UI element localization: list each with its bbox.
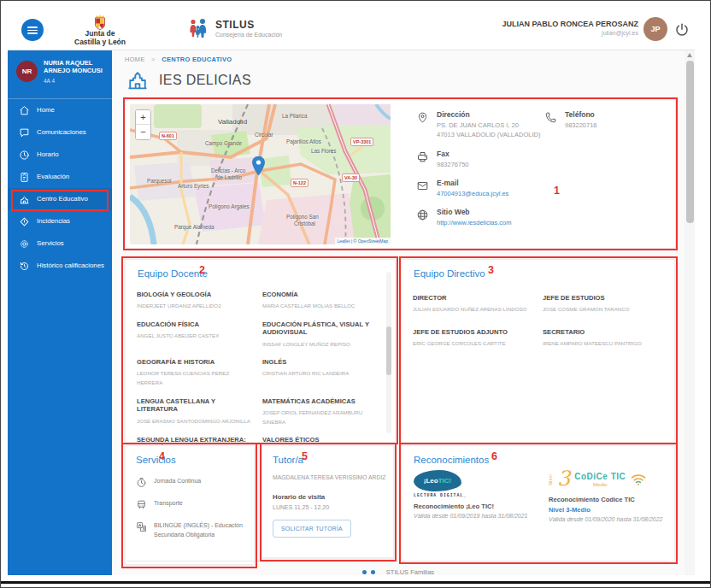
leo-tic-caption: LECTURA DIGITAL_: [414, 493, 538, 497]
sidebar-item-historico[interactable]: Histórico calificaciones: [8, 255, 112, 277]
carousel-dot[interactable]: [371, 570, 375, 574]
logout-button[interactable]: [674, 21, 691, 38]
hamburger-icon: [27, 26, 38, 28]
visit-hours-value: LUNES 11.25 - 12.20: [273, 504, 329, 510]
sidebar-item-servicios[interactable]: Servicios: [8, 232, 112, 255]
carousel-dot[interactable]: [362, 570, 367, 574]
email-link[interactable]: 47004913@educa.jcyl.es: [437, 190, 508, 197]
student-avatar[interactable]: NR: [16, 61, 38, 82]
footer-divider: [127, 561, 669, 562]
contact-web: Sitio Web http://www.iesdelicias.com: [416, 208, 512, 226]
docente-item: BIOLOGÍA Y GEOLOGÍAINDERJEET URDANIZ APE…: [137, 291, 252, 311]
docente-item: MATEMÁTICAS ACADÉMICASJOSEP ORIOL FERNAN…: [262, 397, 378, 427]
map-label-argales: Polígono Argales: [209, 203, 250, 209]
docente-item: INGLÉSCRISTIAN ARTURO RIC LANDEIRA: [262, 358, 378, 388]
hamburger-menu-button[interactable]: [21, 19, 44, 41]
map-attribution: Leaflet | © OpenStreetMap: [335, 238, 391, 244]
equipo-directivo-list: DIRECTORJULIAN EDUARDO NUÑEZ ARENAS LIND…: [413, 294, 662, 348]
incident-diamond-icon: [19, 216, 30, 227]
reconocimiento-codice: Nivel 3 CoDiCe TIC Medio Reconocimiento …: [549, 470, 670, 522]
gear-icon: [19, 238, 30, 250]
servicio-bilingue: BILINGÜE (INGLÉS) - Educación Secundaria…: [136, 521, 246, 539]
stilus-family-icon: [187, 18, 209, 38]
map-label-parquesol: Parquesol: [147, 178, 171, 184]
osm-link[interactable]: OpenStreetMap: [358, 238, 388, 244]
docente-scrollbar-thumb[interactable]: [386, 326, 391, 375]
servicio-jornada: Jornada Continua: [136, 477, 246, 488]
breadcrumb-home[interactable]: HOME: [125, 56, 145, 63]
docente-item: EDUCACIÓN PLÁSTICA, VISUAL Y AUDIOVISUAL…: [262, 320, 378, 349]
leo-validity: Válida desde 01/09/2019 hasta 31/08/2021: [414, 513, 538, 519]
docente-scrollbar: [386, 272, 391, 433]
servicios-card: Servicios Jornada Continua Transporte BI…: [125, 445, 255, 565]
website-link[interactable]: http://www.iesdelicias.com: [437, 219, 512, 226]
stilus-logo: STILUS Consejería de Educación: [187, 18, 282, 38]
map[interactable]: Valladolid La Pilarica Circular Campo Gr…: [130, 104, 391, 244]
location-pin-icon: [416, 111, 429, 124]
sidebar: NR NURIA RAQUEL ARNEJO MONCUSI 4A 4 Home…: [8, 50, 112, 575]
sidebar-item-comunicaciones[interactable]: Comunicaciones: [8, 121, 112, 144]
map-label-pajarillos: Pajarillos Altos: [286, 138, 321, 144]
tutor-card: Tutor/a MAGDALENA TERESA VERISSIMO ARDIZ…: [261, 445, 394, 558]
app-window: Junta de Castilla y León STILUS Consejer…: [0, 0, 711, 588]
servicio-transporte: Transporte: [136, 499, 246, 510]
tutor-title: Tutor/a: [273, 455, 303, 465]
map-label-san-cristobal-1: Polígono San: [286, 214, 319, 220]
clock-icon: [19, 150, 30, 161]
user-email: julian@jcyl.es: [502, 30, 638, 36]
sidebar-item-incidencias[interactable]: Incidencias: [8, 210, 112, 232]
equipo-directivo-card: Equipo Directivo DIRECTORJULIAN EDUARDO …: [401, 259, 675, 443]
scroll-up-icon[interactable]: [687, 53, 692, 57]
map-zoom-out-button[interactable]: −: [136, 125, 150, 139]
sidebar-item-home[interactable]: Home: [8, 99, 112, 121]
equipo-docente-card: Equipo Docente BIOLOGÍA Y GEOLOGÍAINDERJ…: [125, 259, 396, 443]
map-label-flores: Las Flores: [311, 148, 336, 154]
map-label-delicias-1: Delicias - Arco: [211, 168, 245, 173]
leo-tic-logo: ¡LeoTIC!: [414, 470, 461, 491]
map-badge-n601: N-601: [159, 132, 177, 140]
leaflet-link[interactable]: Leaflet: [338, 238, 350, 244]
docente-item: EDUCACIÓN FÍSICAANGEL JUSTO ABEIJER CAST…: [137, 320, 252, 349]
junta-logo-line2: Castilla y León: [74, 38, 126, 47]
contact-fax: Fax 983276750: [416, 150, 469, 170]
contact-direccion: Dirección PS. DE JUAN CARLOS I, 2047013 …: [416, 110, 544, 140]
directivo-item: JEFE DE ESTUDIOSJOSE COSME GRAMON TARANC…: [543, 294, 662, 315]
student-profile: NR NURIA RAQUEL ARNEJO MONCUSI 4A 4: [8, 50, 112, 99]
map-marker-icon: [252, 156, 265, 175]
window-bottom-border: [1, 581, 711, 584]
page-scrollbar-thumb[interactable]: [686, 61, 694, 223]
school-icon: [19, 194, 30, 205]
sidebar-item-centro-educativo[interactable]: Centro Educativo: [8, 188, 112, 210]
centro-info-card: Valladolid La Pilarica Circular Campo Gr…: [125, 99, 676, 249]
history-icon: [19, 261, 30, 272]
map-zoom-control: + −: [135, 109, 151, 140]
bilingual-icon: [136, 521, 147, 532]
map-badge-va30: VA-30: [342, 173, 360, 182]
school-building-icon: [125, 68, 150, 92]
directivo-item: SECRETARIOIRENE AMPARO MATEESCU PANTRIGO: [543, 328, 662, 349]
docente-item: LENGUA CASTELLANA Y LITERATURAJOSE ERASM…: [137, 397, 252, 427]
map-label-alameda: Parque Alameda: [174, 224, 214, 230]
user-name: JULIAN PABLO RONCEA PEROSANZ: [502, 20, 638, 28]
directivo-item: JEFE DE ESTUDIOS ADJUNTOERIC GEORGE CORC…: [413, 328, 532, 349]
page-title-row: IES DELICIAS: [125, 68, 251, 92]
reconocimientos-title: Reconocimientos: [414, 455, 489, 465]
equipo-directivo-title: Equipo Directivo: [414, 268, 485, 279]
map-label-campo-grande: Campo Grande: [205, 140, 242, 146]
sidebar-item-evaluacion[interactable]: Evaluación: [8, 166, 112, 188]
footer-brand: STILUS Familias: [386, 568, 434, 576]
sidebar-item-horario[interactable]: Horario: [8, 144, 112, 166]
equipo-docente-title: Equipo Docente: [138, 268, 208, 279]
footer: STILUS Familias: [112, 568, 685, 576]
servicios-title: Servicios: [136, 455, 176, 465]
user-avatar[interactable]: JP: [643, 17, 667, 41]
codice-tic-logo: Nivel 3 CoDiCe TIC Medio: [549, 470, 670, 489]
solicitar-tutoria-button[interactable]: SOLICITAR TUTORÍA: [273, 520, 351, 538]
main-content: HOME > CENTRO EDUCATIVO IES DELICIAS: [112, 50, 685, 575]
map-zoom-in-button[interactable]: +: [136, 110, 150, 125]
codice-level-link[interactable]: Nivel 3-Medio: [549, 506, 670, 514]
codice-validity: Válida desde 01/09/2020 hasta 31/08/2022: [549, 516, 670, 522]
chat-icon: [19, 127, 30, 138]
breadcrumb-current[interactable]: CENTRO EDUCATIVO: [162, 56, 232, 63]
map-label-san-cristobal-2: Cristóbal: [294, 220, 315, 226]
